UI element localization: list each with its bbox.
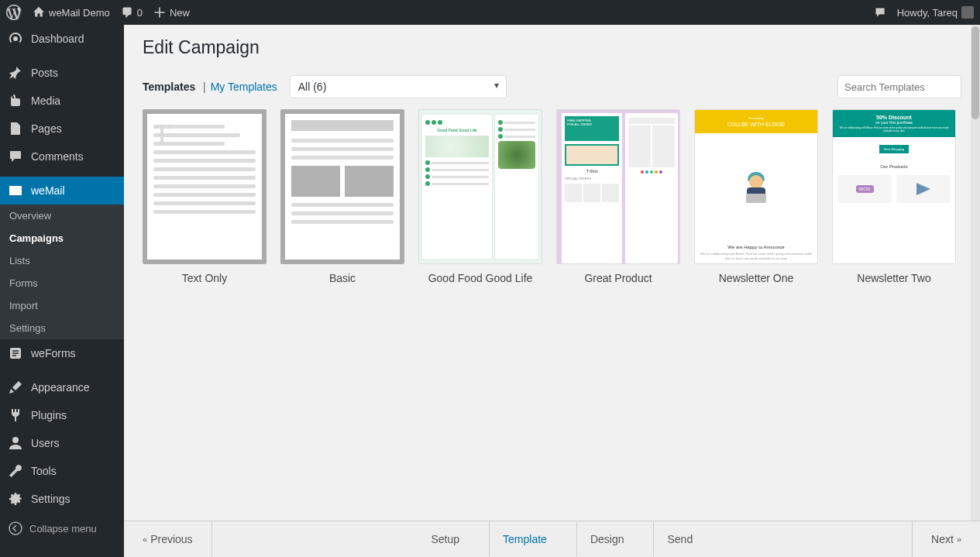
sidebar-item-label: Settings [31, 493, 116, 505]
template-card-great-product[interactable]: FREE SHIPPINGFOR ALL ORDERT-ShirtSPECIAL… [556, 109, 680, 284]
greeting-text: Howdy, Tareq [897, 7, 958, 19]
sidebar-item-label: weForms [31, 347, 116, 359]
submenu-item-settings[interactable]: Settings [0, 317, 124, 339]
template-card-text-only[interactable]: TText Only [143, 109, 266, 284]
scrollbar-track [971, 25, 980, 521]
sidebar-item-label: Comments [31, 150, 116, 163]
sidebar-item-label: Dashboard [31, 33, 116, 45]
template-tabs: Templates | My Templates [143, 81, 277, 93]
page-icon [8, 121, 23, 136]
plug-icon [8, 407, 23, 423]
media-icon [8, 93, 23, 108]
sidebar-item-posts[interactable]: Posts [0, 59, 124, 87]
avatar [961, 6, 974, 19]
templates-grid: TText OnlyBasicGood Food Good LifeGood F… [143, 109, 961, 284]
sidebar-item-label: Appearance [31, 381, 116, 394]
speech-icon [874, 6, 886, 19]
sidebar-item-label: Tools [31, 465, 116, 477]
sidebar-item-label: Users [31, 437, 116, 449]
campaign-stepper: « Previous SetupTemplateDesignSend Next … [124, 521, 980, 557]
sidebar-item-label: weMail [31, 184, 116, 197]
submenu-item-lists[interactable]: Lists [0, 249, 124, 272]
sidebar-item-label: Pages [31, 122, 116, 135]
svg-point-1 [12, 437, 19, 443]
step-template[interactable]: Template [481, 521, 569, 557]
search-input[interactable] [837, 75, 961, 98]
user-greeting[interactable]: Howdy, Tareq [897, 6, 974, 19]
filter-select-wrap: All (6) [290, 75, 507, 98]
plus-icon [153, 6, 166, 19]
sidebar-item-label: Plugins [31, 409, 116, 421]
chevron-left-icon: « [143, 535, 147, 544]
template-card-basic[interactable]: Basic [280, 109, 404, 284]
sidebar-item-wemail[interactable]: weMail [0, 177, 124, 205]
sidebar-item-weforms[interactable]: weForms [0, 339, 124, 367]
chevron-right-icon: » [957, 535, 961, 544]
site-name: weMail Demo [49, 7, 110, 19]
template-title: Good Food Good Life [418, 272, 542, 284]
scrollbar-thumb[interactable] [971, 26, 979, 119]
step-setup[interactable]: Setup [409, 521, 481, 557]
sidebar-item-label: Posts [31, 67, 116, 79]
home-icon [33, 6, 45, 19]
collapse-icon [8, 521, 23, 536]
template-title: Newsletter Two [832, 272, 956, 284]
previous-button[interactable]: « Previous [124, 521, 212, 557]
new-label: New [170, 7, 190, 19]
mail-icon [8, 183, 23, 198]
admin-bar: weMail Demo 0 New Howdy, Tareq [0, 0, 980, 25]
forms-icon [8, 346, 23, 361]
template-card-good-food-good-life[interactable]: Good Food Good LifeGood Food Good Life [418, 109, 542, 284]
admin-sidebar: DashboardPostsMediaPagesCommentsweMailOv… [0, 25, 124, 557]
main-content: Edit Campaign Templates | My Templates A… [124, 25, 980, 557]
comments-count: 0 [137, 7, 143, 19]
submenu-item-import[interactable]: Import [0, 294, 124, 317]
sidebar-item-settings[interactable]: Settings [0, 485, 124, 513]
template-title: Newsletter One [694, 272, 818, 284]
user-icon [8, 435, 23, 451]
sidebar-item-comments[interactable]: Comments [0, 143, 124, 170]
sidebar-item-label: Media [31, 95, 116, 107]
dashboard-icon [8, 31, 23, 46]
collapse-label: Collapse menu [29, 523, 97, 535]
sidebar-item-users[interactable]: Users [0, 429, 124, 457]
tab-templates[interactable]: Templates [143, 81, 195, 93]
sidebar-item-tools[interactable]: Tools [0, 457, 124, 485]
tab-separator: | [203, 81, 206, 93]
template-card-newsletter-one[interactable]: PresentingCOLLBE WITH ELOISEWe are Happy… [694, 109, 818, 284]
notification-icon-link[interactable] [874, 6, 886, 19]
sidebar-item-pages[interactable]: Pages [0, 115, 124, 143]
sidebar-item-dashboard[interactable]: Dashboard [0, 25, 124, 53]
wordpress-icon [6, 5, 22, 20]
search-box [837, 75, 961, 98]
new-content-link[interactable]: New [153, 6, 190, 19]
sidebar-item-media[interactable]: Media [0, 87, 124, 115]
template-title: Great Product [556, 272, 680, 284]
collapse-menu[interactable]: Collapse menu [0, 513, 124, 544]
step-send[interactable]: Send [645, 521, 714, 557]
brush-icon [8, 380, 23, 395]
sidebar-submenu: OverviewCampaignsListsFormsImportSetting… [0, 205, 124, 339]
pin-icon [8, 65, 23, 81]
wp-logo[interactable] [6, 5, 22, 20]
submenu-item-campaigns[interactable]: Campaigns [0, 227, 124, 249]
gear-icon [8, 491, 23, 507]
filter-select[interactable]: All (6) [290, 75, 507, 98]
comment-icon [121, 6, 133, 19]
template-title: Basic [280, 272, 404, 284]
site-name-link[interactable]: weMail Demo [33, 6, 110, 19]
step-design[interactable]: Design [569, 521, 646, 557]
submenu-item-forms[interactable]: Forms [0, 272, 124, 294]
wrench-icon [8, 463, 23, 479]
template-title: Text Only [143, 272, 266, 284]
sidebar-item-plugins[interactable]: Plugins [0, 401, 124, 429]
template-card-newsletter-two[interactable]: 50% Discounton your first purchaseWe are… [832, 109, 956, 284]
sidebar-item-appearance[interactable]: Appearance [0, 373, 124, 401]
svg-point-2 [9, 522, 22, 535]
tab-my-templates[interactable]: My Templates [211, 81, 277, 93]
next-button[interactable]: Next » [912, 521, 980, 557]
page-title: Edit Campaign [143, 37, 961, 58]
comments-link[interactable]: 0 [121, 6, 143, 19]
comment-icon [8, 149, 23, 164]
submenu-item-overview[interactable]: Overview [0, 205, 124, 227]
